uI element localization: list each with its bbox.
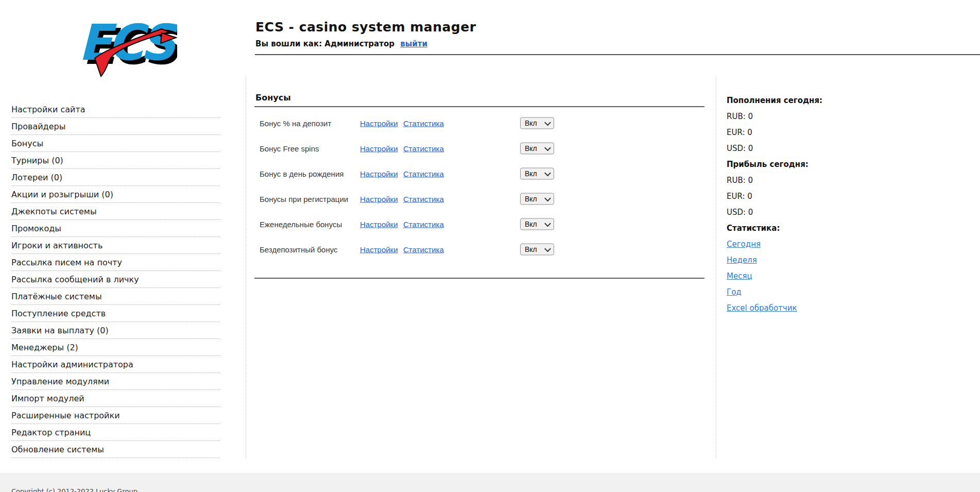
bonus-row: Бонус Free spins Настройки Статистика Вк… [254, 135, 704, 161]
settings-link[interactable]: Настройки [360, 245, 398, 253]
page-title: ECS - casino system manager [255, 20, 476, 35]
sidebar-item-payout-requests[interactable]: Заявки на выплату (0) [11, 322, 220, 339]
state-select[interactable]: Вкл [520, 218, 554, 230]
sidebar-item-module-management[interactable]: Управление модулями [11, 373, 220, 390]
bonus-row: Еженедельные бонусы Настройки Статистика… [254, 211, 704, 236]
sidebar-item-incoming-funds[interactable]: Поступление средств [11, 305, 220, 322]
right-divider [716, 77, 716, 459]
deposits-today-heading: Пополнения сегодня: [727, 96, 881, 112]
footer: Copyright (c) 2012-2022 Lucky Group [0, 473, 980, 492]
sidebar-item-lotteries[interactable]: Лотереи (0) [11, 169, 220, 186]
stats-link-today[interactable]: Сегодня [727, 240, 761, 249]
bonus-label: Бонусы при регистрации [260, 194, 348, 203]
sidebar-item-payment-systems[interactable]: Платёжные системы [11, 288, 220, 305]
ecs-logo: ECS ECS [70, 6, 177, 79]
sidebar-item-advanced-settings[interactable]: Расширенные настройки [11, 407, 220, 424]
sidebar-item-tournaments[interactable]: Турниры (0) [11, 152, 220, 169]
statistics-link[interactable]: Статистика [403, 194, 444, 203]
bonus-label: Бездепозитный бонус [260, 245, 338, 253]
bonus-row: Бездепозитный бонус Настройки Статистика… [254, 236, 704, 262]
sidebar-item-bonuses[interactable]: Бонусы [11, 135, 220, 152]
stats-panel: Пополнения сегодня: RUB: 0 EUR: 0 USD: 0… [727, 96, 881, 319]
bonus-row: Бонус в день рождения Настройки Статисти… [254, 161, 704, 186]
stats-link-week[interactable]: Неделя [727, 256, 757, 265]
sidebar-menu: Настройки сайта Провайдеры Бонусы Турнир… [11, 101, 220, 458]
profit-rub: RUB: 0 [727, 176, 881, 192]
statistics-heading: Статистика: [727, 224, 881, 240]
sidebar-item-players[interactable]: Игроки и активность [11, 237, 220, 254]
settings-link[interactable]: Настройки [360, 169, 398, 178]
section-heading: Бонусы [255, 93, 291, 103]
left-divider [246, 77, 246, 459]
state-select[interactable]: Вкл [520, 243, 554, 255]
sidebar-item-admin-settings[interactable]: Настройки администратора [11, 356, 220, 373]
bonus-row: Бонусы при регистрации Настройки Статист… [254, 186, 704, 211]
profit-eur: EUR: 0 [727, 192, 881, 208]
state-select[interactable]: Вкл [520, 117, 554, 129]
sidebar-item-system-update[interactable]: Обновление системы [11, 441, 220, 458]
logout-link[interactable]: выйти [400, 39, 427, 48]
state-select-wrap: Вкл [520, 243, 554, 255]
deposits-usd: USD: 0 [727, 144, 881, 160]
state-select-wrap: Вкл [520, 193, 554, 205]
statistics-link[interactable]: Статистика [403, 219, 444, 228]
sidebar-item-pm-newsletter[interactable]: Рассылка сообщений в личку [11, 271, 220, 288]
profit-today-heading: Прибыль сегодня: [727, 160, 881, 176]
bonus-list: Бонус % на депозит Настройки Статистика … [254, 110, 704, 262]
stats-link-year[interactable]: Год [727, 287, 742, 297]
sidebar-item-jackpots[interactable]: Джекпоты системы [11, 203, 220, 220]
state-select[interactable]: Вкл [520, 142, 554, 154]
state-select-wrap: Вкл [520, 167, 554, 179]
state-select-wrap: Вкл [520, 142, 554, 154]
sidebar-item-providers[interactable]: Провайдеры [11, 118, 220, 135]
ecs-admin-page: ECS ECS ECS - casino system manager Вы в… [0, 0, 980, 492]
sidebar-item-promocodes[interactable]: Промокоды [11, 220, 220, 237]
sidebar-item-mail-newsletter[interactable]: Рассылка писем на почту [11, 254, 220, 271]
bonus-row: Бонус % на депозит Настройки Статистика … [254, 110, 704, 135]
sidebar-item-managers[interactable]: Менеджеры (2) [11, 339, 220, 356]
bonus-label: Бонус в день рождения [260, 169, 343, 178]
statistics-link[interactable]: Статистика [403, 245, 444, 253]
state-select-wrap: Вкл [520, 117, 554, 129]
login-status-text: Вы вошли как: Администратор [255, 39, 394, 48]
statistics-link[interactable]: Статистика [403, 144, 444, 152]
deposits-eur: EUR: 0 [727, 128, 881, 144]
sidebar-item-page-editor[interactable]: Редактор страниц [11, 424, 220, 441]
statistics-link[interactable]: Статистика [403, 169, 444, 178]
sidebar-item-promotions[interactable]: Акции и розыгрыши (0) [11, 186, 220, 203]
copyright-text: Copyright (c) 2012-2022 Lucky Group [11, 487, 137, 492]
state-select[interactable]: Вкл [520, 167, 554, 179]
section-top-rule [254, 106, 704, 107]
state-select[interactable]: Вкл [520, 193, 554, 205]
bonus-label: Бонус % на депозит [260, 118, 331, 127]
settings-link[interactable]: Настройки [360, 144, 398, 152]
sidebar-item-site-settings[interactable]: Настройки сайта [11, 101, 220, 118]
sidebar-item-module-import[interactable]: Импорт модулей [11, 390, 220, 407]
settings-link[interactable]: Настройки [360, 194, 398, 203]
state-select-wrap: Вкл [520, 218, 554, 230]
settings-link[interactable]: Настройки [360, 219, 398, 228]
profit-usd: USD: 0 [727, 208, 881, 224]
section-bottom-rule [254, 278, 704, 279]
bonus-label: Еженедельные бонусы [260, 219, 342, 228]
login-status: Вы вошли как: Администратор выйти [255, 39, 427, 48]
stats-link-excel[interactable]: Excel обработчик [727, 303, 797, 313]
deposits-rub: RUB: 0 [727, 112, 881, 128]
bonus-label: Бонус Free spins [260, 144, 319, 152]
header-divider [255, 54, 980, 55]
settings-link[interactable]: Настройки [360, 118, 398, 127]
statistics-link[interactable]: Статистика [403, 118, 444, 127]
stats-link-month[interactable]: Месяц [727, 272, 752, 281]
